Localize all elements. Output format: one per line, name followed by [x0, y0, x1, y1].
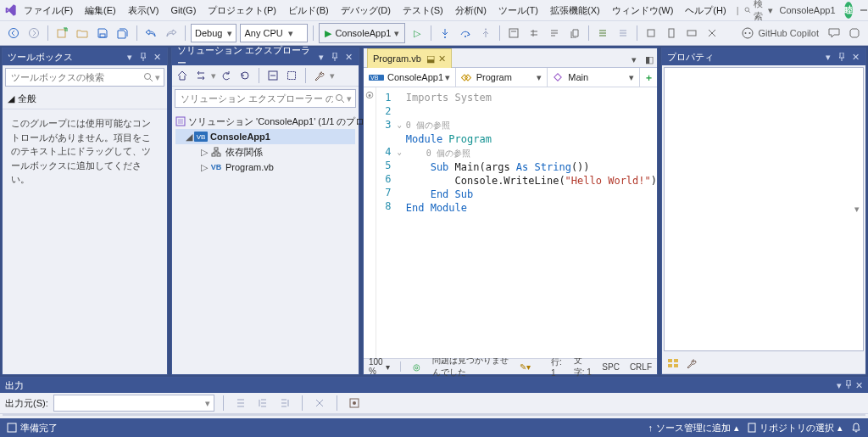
step-into-icon[interactable]	[436, 24, 454, 42]
close-icon[interactable]: ✕	[152, 52, 162, 62]
close-icon[interactable]: ✕	[438, 53, 446, 64]
panel-menu-icon[interactable]: ▾	[837, 380, 842, 391]
menu-test[interactable]: テスト(S)	[398, 3, 448, 19]
alphabetical-icon[interactable]	[682, 358, 701, 368]
menu-git[interactable]: Git(G)	[165, 3, 201, 17]
pin-icon[interactable]	[330, 52, 340, 62]
uncomment-button[interactable]	[614, 24, 632, 42]
menu-file[interactable]: ファイル(F)	[19, 3, 78, 19]
toggle-wrap-icon[interactable]	[346, 395, 363, 412]
close-icon[interactable]: ✕	[343, 52, 353, 62]
tb-icon-1[interactable]	[504, 24, 523, 42]
clear-icon[interactable]: ▾	[347, 93, 352, 104]
expand-icon[interactable]: ▷	[199, 162, 209, 173]
feedback-icon[interactable]	[825, 24, 843, 42]
tree-project[interactable]: ◢ VB ConsoleApp1	[175, 129, 355, 144]
code-editor[interactable]: ⦿ 12345678 ⌄⌄ Imports System 0 個の参照 Modu…	[364, 87, 657, 358]
menu-window[interactable]: ウィンドウ(W)	[607, 3, 679, 19]
nav-project-combo[interactable]: VB ConsoleApp1▾	[364, 68, 456, 87]
tree-dependencies[interactable]: ▷ 依存関係	[175, 144, 355, 160]
zoom-combo[interactable]: 100 %▾	[369, 357, 390, 376]
show-all-icon[interactable]	[283, 67, 300, 84]
menu-edit[interactable]: 編集(E)	[80, 3, 121, 19]
eol-mode[interactable]: CRLF	[630, 362, 652, 372]
expand-icon[interactable]: ▷	[199, 147, 209, 158]
indent-mode[interactable]: SPC	[602, 362, 620, 372]
pin-icon[interactable]	[138, 52, 148, 62]
pin-icon[interactable]	[845, 380, 852, 391]
pin-icon[interactable]: ⬓	[426, 53, 435, 64]
solution-explorer-search-input[interactable]	[179, 92, 335, 104]
nav-member-combo[interactable]: Main▾	[548, 68, 640, 87]
cursor-char[interactable]: 文字: 1	[574, 355, 593, 378]
home-icon[interactable]	[174, 67, 191, 84]
nav-add-button[interactable]: ＋	[640, 68, 657, 87]
refresh-icon[interactable]	[236, 67, 253, 84]
menu-build[interactable]: ビルド(B)	[283, 3, 334, 19]
user-avatar[interactable]: 睦	[844, 2, 853, 19]
step-out-icon[interactable]	[476, 24, 495, 42]
save-all-button[interactable]	[114, 24, 132, 42]
output-text[interactable]	[3, 414, 865, 416]
collapse-all-icon[interactable]	[264, 67, 281, 84]
close-icon[interactable]: ✕	[850, 52, 860, 62]
undo-button[interactable]	[142, 24, 160, 42]
out-icon-3[interactable]	[276, 395, 293, 412]
tb-icon-4[interactable]	[565, 24, 584, 42]
expand-icon[interactable]: ◢	[184, 132, 194, 143]
tab-pin-icon[interactable]: ◧	[642, 52, 657, 67]
issues-text[interactable]: 問題は見つかりませんでした	[432, 355, 509, 378]
properties-object-combo[interactable]: ▾	[664, 67, 864, 351]
toolbox-search-input[interactable]	[9, 71, 143, 83]
start-debug-button[interactable]: ▶ ConsoleApp1 ▾	[319, 23, 405, 43]
tb-icon-2[interactable]	[525, 24, 543, 42]
clear-icon[interactable]: ▾	[155, 72, 160, 83]
properties-icon[interactable]	[311, 67, 328, 84]
pin-icon[interactable]	[837, 52, 847, 62]
menu-tools[interactable]: ツール(T)	[493, 3, 543, 19]
toolbox-group-general[interactable]: ◢全般	[3, 89, 167, 109]
save-button[interactable]	[93, 24, 112, 42]
nav-back-button[interactable]	[4, 24, 23, 42]
solution-explorer-search[interactable]: ▾	[175, 89, 356, 108]
tab-dropdown-icon[interactable]: ▾	[626, 52, 642, 67]
editor-tools-icon[interactable]: ✎▾	[520, 362, 531, 372]
tb-icon-7[interactable]	[682, 24, 701, 42]
sync-icon[interactable]	[218, 67, 235, 84]
out-icon-1[interactable]	[232, 395, 249, 412]
start-nodebug-button[interactable]: ▷	[408, 24, 426, 42]
step-over-icon[interactable]	[456, 24, 475, 42]
extensions-icon[interactable]	[845, 24, 864, 42]
tree-file-program[interactable]: ▷ VB Program.vb	[175, 160, 355, 175]
tb-icon-3[interactable]	[545, 24, 564, 42]
menu-analyze[interactable]: 分析(N)	[450, 3, 492, 19]
tb-icon-8[interactable]	[703, 24, 721, 42]
categorized-icon[interactable]	[664, 358, 682, 368]
panel-menu-icon[interactable]: ▾	[823, 52, 833, 62]
menu-ext[interactable]: 拡張機能(X)	[545, 3, 605, 19]
nav-class-combo[interactable]: Program▾	[456, 68, 548, 87]
menu-project[interactable]: プロジェクト(P)	[203, 3, 281, 19]
sln-switch-icon[interactable]	[192, 67, 209, 84]
github-copilot-button[interactable]: GitHub Copilot	[736, 26, 824, 40]
menu-help[interactable]: ヘルプ(H)	[680, 3, 731, 19]
output-source-combo[interactable]: ▾	[53, 395, 214, 412]
repo-select[interactable]: リポジトリの選択 ▴	[748, 422, 843, 434]
out-icon-2[interactable]	[254, 395, 271, 412]
fold-gutter[interactable]: ⌄⌄	[396, 87, 402, 358]
nav-fwd-button[interactable]	[25, 24, 43, 42]
menu-debug[interactable]: デバッグ(D)	[336, 3, 396, 19]
new-project-button[interactable]	[53, 24, 71, 42]
panel-menu-icon[interactable]: ▾	[316, 52, 326, 62]
panel-menu-icon[interactable]: ▾	[125, 52, 135, 62]
platform-combo[interactable]: Any CPU▾	[240, 24, 308, 42]
code-text[interactable]: Imports System 0 個の参照 Module Program 0 個…	[403, 87, 657, 358]
menu-view[interactable]: 表示(V)	[123, 3, 164, 19]
add-to-source-control[interactable]: ↑ ソース管理に追加 ▴	[648, 422, 740, 434]
clear-all-icon[interactable]	[311, 395, 328, 412]
solution-explorer-header[interactable]: ソリューション エクスプローラー ▾ ✕	[172, 48, 359, 65]
output-header[interactable]: 出力 ▾ ✕	[0, 378, 868, 393]
toolbox-search[interactable]: ▾	[5, 68, 164, 87]
comment-button[interactable]	[593, 24, 612, 42]
tb-icon-5[interactable]	[642, 24, 660, 42]
